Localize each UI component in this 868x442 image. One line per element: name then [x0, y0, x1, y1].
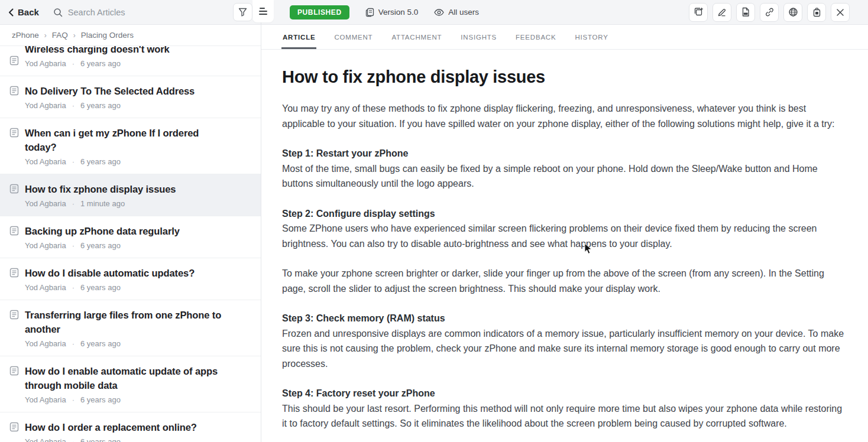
tab-article[interactable]: ARTICLE — [283, 25, 315, 49]
article-title: When can i get my zPhone If I ordered to… — [25, 126, 228, 154]
article-title: How do I enable automatic update of apps… — [25, 364, 228, 392]
step-body: Most of the time, small bugs can easily … — [282, 161, 848, 191]
collapse-list-icon — [259, 8, 267, 15]
clone-article-button[interactable] — [689, 3, 708, 22]
article-doc-icon — [9, 184, 19, 194]
breadcrumb-item-faq[interactable]: FAQ — [52, 31, 68, 40]
article-author: Yod Agbaria — [25, 157, 66, 166]
article-author: Yod Agbaria — [25, 339, 66, 348]
article-author: Yod Agbaria — [25, 283, 66, 292]
sidebar-toolbar: Back — [0, 0, 261, 25]
search-box[interactable] — [53, 8, 233, 17]
filter-funnel-icon — [238, 8, 247, 17]
eye-icon — [434, 9, 444, 16]
breadcrumb-separator: › — [73, 31, 76, 40]
article-author: Yod Agbaria — [25, 241, 66, 250]
status-badge: PUBLISHED — [290, 5, 349, 20]
tab-feedback[interactable]: FEEDBACK — [516, 25, 556, 49]
article-time: 6 years ago — [80, 59, 121, 68]
back-label: Back — [18, 7, 39, 17]
article-doc-icon — [9, 86, 19, 96]
trash-icon — [812, 7, 821, 17]
pencil-icon — [717, 8, 727, 17]
copy-link-button[interactable] — [760, 3, 779, 22]
article-actions — [689, 3, 850, 22]
list-item[interactable]: Transferring large files from one zPhone… — [0, 300, 261, 356]
article-title: How do I order a replacement online? — [25, 420, 228, 434]
meta-dot — [66, 101, 80, 110]
close-button[interactable] — [831, 3, 850, 22]
filter-button[interactable] — [233, 3, 252, 21]
article-time: 6 years ago — [80, 395, 121, 404]
article-time: 1 minute ago — [80, 199, 125, 208]
step-heading: Step 3: Check memory (RAM) status — [282, 311, 848, 326]
tab-history[interactable]: HISTORY — [575, 25, 608, 49]
article-time: 6 years ago — [80, 101, 121, 110]
page-title: How to fix zphone display issues — [282, 67, 848, 87]
article-paragraph: To make your zphone screen brighter or d… — [282, 266, 848, 296]
article-status-bar: PUBLISHED Version 5.0 All users — [261, 0, 868, 25]
translate-globe-button[interactable] — [783, 3, 802, 22]
article-content[interactable]: How to fix zphone display issues You may… — [261, 50, 868, 442]
tab-insights[interactable]: INSIGHTS — [461, 25, 497, 49]
list-item[interactable]: Backing up zPhone data regularly Yod Agb… — [0, 216, 261, 258]
meta-dot — [66, 199, 80, 208]
breadcrumb-separator: › — [44, 31, 47, 40]
visibility-selector[interactable]: All users — [434, 8, 479, 17]
close-icon — [836, 8, 844, 17]
list-item[interactable]: How do I disable automatic updates? Yod … — [0, 258, 261, 300]
article-doc-icon — [9, 366, 19, 376]
globe-icon — [788, 7, 798, 17]
article-tabs: ARTICLE COMMENT ATTACHMENT INSIGHTS FEED… — [261, 25, 868, 50]
article-step: Step 2: Configure display settings Some … — [282, 206, 848, 252]
version-selector[interactable]: Version 5.0 — [365, 8, 419, 17]
list-item-selected[interactable]: How to fix zphone display issues Yod Agb… — [0, 174, 261, 216]
list-item[interactable]: No Delivery To The Selected Address Yod … — [0, 76, 261, 118]
visibility-label: All users — [448, 8, 479, 17]
meta-dot — [66, 339, 80, 348]
list-item[interactable]: Wireless charging doesn't work Yod Agbar… — [0, 46, 261, 76]
meta-dot — [66, 437, 80, 442]
meta-dot — [66, 283, 80, 292]
delete-article-button[interactable] — [807, 3, 826, 22]
article-step: Step 3: Check memory (RAM) status Frozen… — [282, 311, 848, 371]
article-step: Step 1: Restart your zPhone Most of the … — [282, 146, 848, 191]
link-icon — [765, 7, 775, 17]
tab-comment[interactable]: COMMENT — [334, 25, 373, 49]
meta-dot — [66, 157, 80, 166]
step-heading: Step 1: Restart your zPhone — [282, 146, 848, 161]
article-time: 6 years ago — [80, 437, 121, 442]
chevron-left-icon — [8, 8, 14, 17]
article-title: No Delivery To The Selected Address — [25, 84, 228, 98]
article-list-sidebar: Back zPhone › FAQ › Placing Orders — [0, 0, 261, 442]
article-time: 6 years ago — [80, 283, 121, 292]
copy-plus-icon — [694, 7, 704, 17]
version-label: Version 5.0 — [378, 8, 419, 17]
breadcrumb-item-placing-orders[interactable]: Placing Orders — [81, 31, 134, 40]
article-doc-icon — [9, 56, 19, 66]
article-author: Yod Agbaria — [25, 101, 66, 110]
pdf-file-icon — [741, 7, 750, 17]
article-title: Wireless charging doesn't work — [25, 46, 228, 56]
export-pdf-button[interactable] — [736, 3, 755, 22]
article-author: Yod Agbaria — [25, 395, 66, 404]
tab-attachment[interactable]: ATTACHMENT — [391, 25, 442, 49]
breadcrumb-item-zphone[interactable]: zPhone — [12, 31, 39, 40]
article-detail-panel: PUBLISHED Version 5.0 All users — [261, 0, 868, 442]
collapse-list-button[interactable] — [252, 0, 274, 22]
article-doc-icon — [9, 268, 19, 278]
list-item[interactable]: How do I order a replacement online? Yod… — [0, 412, 261, 442]
article-title: Transferring large files from one zPhone… — [25, 308, 228, 336]
article-step: Step 4: Factory reset your zPhone This s… — [282, 386, 848, 431]
step-heading: Step 2: Configure display settings — [282, 206, 848, 222]
article-author: Yod Agbaria — [25, 199, 66, 208]
back-button[interactable]: Back — [8, 7, 39, 17]
step-body: Frozen and unresponsive displays are com… — [282, 326, 848, 372]
list-item[interactable]: When can i get my zPhone If I ordered to… — [0, 118, 261, 174]
list-item[interactable]: How do I enable automatic update of apps… — [0, 356, 261, 412]
version-doc-icon — [365, 8, 374, 17]
search-input[interactable] — [68, 8, 174, 17]
app-window: Back zPhone › FAQ › Placing Orders — [0, 0, 868, 442]
search-icon — [53, 8, 63, 17]
edit-article-button[interactable] — [712, 3, 731, 22]
